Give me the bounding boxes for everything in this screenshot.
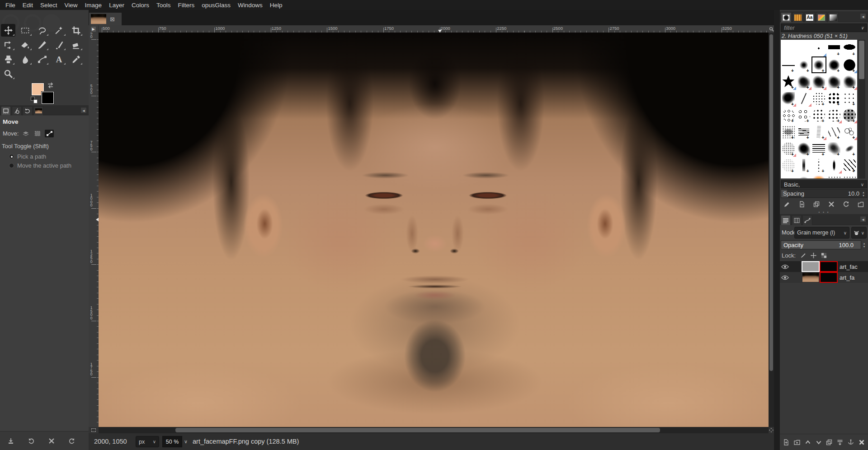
brush-item[interactable]: + bbox=[842, 73, 857, 90]
brush-spacing-slider[interactable]: Spacing 10.0 ▴▾ bbox=[781, 189, 867, 198]
layer-mask-thumbnail[interactable] bbox=[821, 273, 837, 282]
layer-row[interactable]: art_fac bbox=[780, 261, 868, 272]
brush-item[interactable]: + bbox=[842, 40, 857, 56]
zoom-follow-window-icon[interactable] bbox=[769, 25, 774, 33]
lower-layer-button[interactable] bbox=[814, 437, 824, 448]
tool-move[interactable] bbox=[1, 24, 15, 37]
brush-item[interactable]: + bbox=[826, 107, 842, 123]
new-layer-group-button[interactable] bbox=[792, 437, 802, 448]
tool-airbrush[interactable] bbox=[52, 38, 66, 51]
menu-colors[interactable]: Colors bbox=[128, 1, 153, 9]
save-tool-preset-button[interactable] bbox=[5, 436, 16, 446]
tool-paintbrush[interactable] bbox=[35, 38, 49, 51]
menu-file[interactable]: File bbox=[2, 1, 19, 9]
vertical-ruler[interactable]: 2505007501000125015001750 bbox=[89, 33, 99, 427]
brush-item[interactable]: + bbox=[811, 73, 827, 90]
tab-undo-history[interactable] bbox=[23, 106, 33, 115]
menu-edit[interactable]: Edit bbox=[19, 1, 37, 9]
brush-item[interactable] bbox=[781, 40, 796, 56]
brush-item[interactable]: + bbox=[796, 140, 811, 157]
navigation-preview-button[interactable] bbox=[769, 427, 774, 433]
brush-item[interactable]: + bbox=[842, 123, 857, 140]
brush-item[interactable]: + bbox=[842, 140, 857, 157]
tool-bucket-fill[interactable] bbox=[18, 38, 33, 51]
layer-opacity-slider[interactable]: Opacity 100.0 bbox=[781, 240, 861, 249]
duplicate-brush-button[interactable] bbox=[810, 199, 823, 209]
brush-item[interactable] bbox=[796, 40, 811, 56]
tool-crop[interactable] bbox=[69, 24, 83, 37]
brush-item[interactable]: + bbox=[826, 140, 842, 157]
dock-divider[interactable] bbox=[774, 10, 780, 450]
brush-item[interactable]: + bbox=[781, 73, 796, 90]
menu-select[interactable]: Select bbox=[37, 1, 61, 9]
lock-position-icon[interactable] bbox=[811, 253, 816, 258]
brush-item[interactable] bbox=[842, 173, 857, 178]
tab-brushes[interactable] bbox=[781, 12, 792, 22]
brush-item[interactable]: + bbox=[796, 157, 811, 173]
edit-brush-button[interactable] bbox=[781, 199, 793, 209]
tool-zoom[interactable] bbox=[1, 67, 15, 80]
horizontal-scrollbar-thumb[interactable] bbox=[175, 428, 660, 432]
radio-pick-a-path[interactable]: Pick a path bbox=[9, 153, 46, 160]
delete-layer-button[interactable] bbox=[857, 437, 867, 448]
brush-item[interactable] bbox=[796, 90, 811, 107]
tool-clone[interactable] bbox=[1, 53, 15, 66]
brush-item[interactable]: + bbox=[811, 90, 827, 107]
tool-paths[interactable] bbox=[35, 53, 49, 66]
brush-item[interactable]: + bbox=[811, 140, 827, 157]
image-tab[interactable]: ⊠ bbox=[89, 12, 122, 25]
tool-fuzzy-select[interactable] bbox=[52, 24, 66, 37]
brush-item[interactable]: + bbox=[796, 73, 811, 90]
brush-item[interactable]: + bbox=[781, 123, 796, 140]
merge-down-button[interactable] bbox=[835, 437, 845, 448]
brush-item[interactable]: + bbox=[826, 56, 842, 73]
layer-visibility-icon[interactable] bbox=[780, 264, 790, 269]
lock-alpha-icon[interactable] bbox=[821, 253, 827, 258]
radio-move-active-path[interactable]: Move the active path bbox=[9, 162, 71, 169]
tab-channels[interactable] bbox=[792, 215, 802, 225]
new-layer-button[interactable] bbox=[781, 437, 791, 448]
refresh-brushes-button[interactable] bbox=[840, 199, 852, 209]
anchor-layer-button[interactable] bbox=[846, 437, 856, 448]
brush-item[interactable]: + bbox=[796, 56, 811, 73]
open-brush-as-image-button[interactable] bbox=[854, 199, 867, 209]
layer-visibility-icon[interactable] bbox=[780, 275, 790, 280]
brush-selected[interactable]: + bbox=[811, 56, 827, 73]
menu-help[interactable]: Help bbox=[266, 1, 286, 9]
tab-tool-options[interactable] bbox=[1, 106, 11, 115]
menu-opusglass[interactable]: opusGlass bbox=[198, 1, 234, 9]
brush-item[interactable] bbox=[811, 173, 827, 178]
brush-item[interactable]: + bbox=[781, 157, 796, 173]
brush-grid-scrollbar[interactable] bbox=[858, 40, 865, 178]
brush-item[interactable]: + bbox=[781, 90, 796, 107]
tool-transform[interactable] bbox=[1, 38, 15, 51]
vertical-scrollbar-thumb[interactable] bbox=[769, 34, 773, 371]
brush-item[interactable] bbox=[811, 40, 827, 56]
zoom-input[interactable]: 50 % bbox=[162, 436, 182, 447]
tool-free-select[interactable] bbox=[35, 24, 49, 37]
brush-item[interactable]: + bbox=[842, 90, 857, 107]
brush-item[interactable]: + bbox=[781, 140, 796, 157]
layer-name[interactable]: art_fac bbox=[840, 263, 858, 270]
tab-paths[interactable] bbox=[802, 215, 812, 225]
zoom-dropdown-icon[interactable]: ∨ bbox=[182, 436, 189, 447]
brush-item[interactable] bbox=[796, 173, 811, 178]
brush-item[interactable]: + bbox=[842, 56, 857, 73]
brush-item[interactable]: + bbox=[842, 107, 857, 123]
reset-tool-options-button[interactable] bbox=[66, 436, 77, 446]
layer-thumbnail[interactable] bbox=[802, 273, 819, 282]
layer-thumbnail[interactable] bbox=[802, 262, 819, 271]
mode-group-switch-button[interactable]: ∨ bbox=[851, 227, 867, 239]
tab-document-history[interactable] bbox=[816, 12, 827, 22]
brush-item[interactable]: + bbox=[811, 157, 827, 173]
new-brush-button[interactable] bbox=[796, 199, 808, 209]
menu-tools[interactable]: Tools bbox=[153, 1, 175, 9]
spacing-spinner[interactable]: ▴▾ bbox=[861, 190, 866, 197]
brush-item[interactable]: + bbox=[826, 73, 842, 90]
brush-item[interactable]: + bbox=[781, 107, 796, 123]
menu-layer[interactable]: Layer bbox=[105, 1, 128, 9]
tab-fonts[interactable]: Aa bbox=[804, 12, 815, 22]
layer-mode-combo[interactable]: Grain merge (l) ∨ bbox=[794, 227, 849, 239]
opacity-spinner[interactable]: ▴▾ bbox=[861, 240, 867, 249]
close-tab-icon[interactable]: ⊠ bbox=[110, 16, 115, 23]
